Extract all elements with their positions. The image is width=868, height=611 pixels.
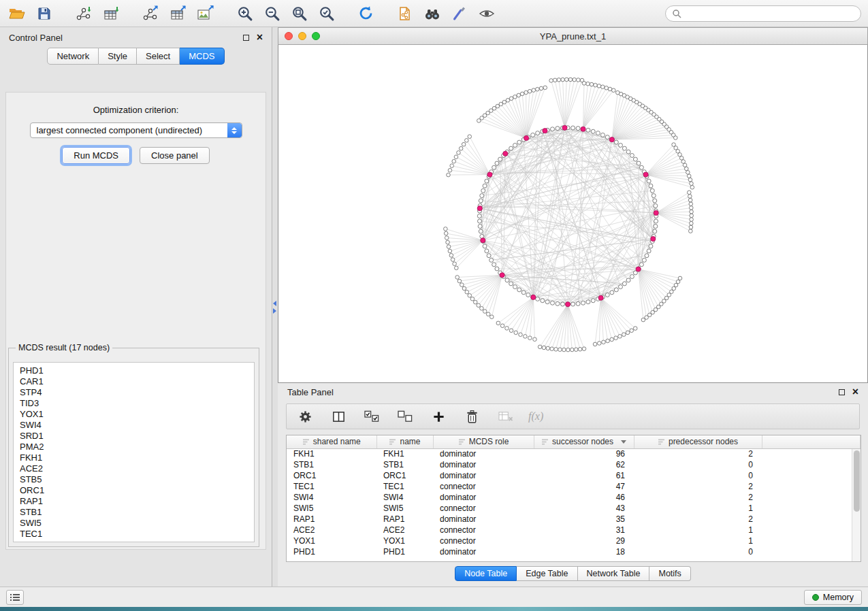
mcds-result-item[interactable]: SWI4 xyxy=(20,420,248,431)
table-row[interactable]: TEC1TEC1connector472 xyxy=(287,481,861,492)
mcds-result-item[interactable]: RAP1 xyxy=(20,496,248,507)
tab-select[interactable]: Select xyxy=(137,48,180,65)
scrollbar-thumb[interactable] xyxy=(854,450,860,512)
tab-network[interactable]: Network xyxy=(47,48,99,65)
mcds-result-item[interactable]: STB1 xyxy=(20,507,248,518)
mcds-result-item[interactable]: ORC1 xyxy=(20,485,248,496)
table-row[interactable]: RAP1RAP1dominator352 xyxy=(287,514,861,525)
column-header-shared-name[interactable]: shared name xyxy=(287,435,376,448)
optimization-criterion-label: Optimization criterion: xyxy=(6,105,266,115)
apply-style-button[interactable] xyxy=(449,3,470,24)
table-row[interactable]: SWI5SWI5connector431 xyxy=(287,503,861,514)
tab-edge-table[interactable]: Edge Table xyxy=(517,566,577,581)
splitter-collapse-icon[interactable] xyxy=(273,301,276,314)
vertical-splitter[interactable] xyxy=(272,27,278,587)
mcds-result-item[interactable]: STP4 xyxy=(20,387,248,398)
import-table-button[interactable] xyxy=(101,3,121,24)
cell-filler xyxy=(762,503,861,514)
cell-filler xyxy=(762,481,861,492)
show-hide-button[interactable] xyxy=(477,3,497,24)
close-table-panel-icon[interactable]: × xyxy=(852,389,858,395)
close-window-icon[interactable] xyxy=(285,32,293,40)
add-column-button[interactable] xyxy=(428,406,449,427)
search-input[interactable] xyxy=(686,8,854,18)
mcds-result-title: MCDS result (17 nodes) xyxy=(16,343,112,352)
deselect-all-button[interactable] xyxy=(395,406,415,427)
tab-mcds[interactable]: MCDS xyxy=(180,48,224,65)
zoom-fit-button[interactable] xyxy=(289,3,309,24)
mcds-result-item[interactable]: PMA2 xyxy=(20,442,248,452)
tab-motifs[interactable]: Motifs xyxy=(649,566,690,581)
cell-shared-name: ORC1 xyxy=(287,470,376,481)
cell-predecessor-nodes: 2 xyxy=(634,448,762,459)
mcds-result-item[interactable]: PHD1 xyxy=(20,365,248,376)
column-header-successor-nodes[interactable]: successor nodes xyxy=(534,435,634,448)
zoom-in-button[interactable] xyxy=(234,3,255,24)
float-table-panel-icon[interactable] xyxy=(839,389,845,395)
zoom-out-icon xyxy=(263,5,280,22)
wand-icon xyxy=(451,5,468,22)
network-graph[interactable] xyxy=(278,45,867,382)
refresh-layout-button[interactable] xyxy=(355,3,376,24)
cell-successor-nodes: 18 xyxy=(534,546,634,557)
function-builder-button[interactable]: f(x) xyxy=(528,410,543,423)
mcds-result-item[interactable]: FKH1 xyxy=(20,452,248,463)
export-image-button[interactable] xyxy=(195,3,215,24)
float-panel-icon[interactable] xyxy=(243,35,249,41)
mcds-result-item[interactable]: ACE2 xyxy=(20,463,248,474)
mcds-result-item[interactable]: TEC1 xyxy=(20,529,248,540)
cell-filler xyxy=(762,459,861,470)
table-settings-button[interactable] xyxy=(295,406,315,427)
maximize-window-icon[interactable] xyxy=(312,32,320,40)
tab-network-table[interactable]: Network Table xyxy=(578,566,650,581)
task-history-button[interactable] xyxy=(6,590,24,605)
clear-table-button-disabled[interactable] xyxy=(495,406,515,427)
mcds-result-item[interactable]: CAR1 xyxy=(20,376,248,387)
table-row[interactable]: STB1STB1dominator620 xyxy=(287,459,861,470)
network-titlebar[interactable]: YPA_prune.txt_1 xyxy=(278,27,868,45)
table-row[interactable]: PHD1PHD1dominator180 xyxy=(287,546,861,557)
mcds-result-item[interactable]: SWI5 xyxy=(20,518,248,529)
sort-dropdown-icon[interactable] xyxy=(621,440,626,444)
column-header-name[interactable]: name xyxy=(376,435,433,448)
tab-node-table[interactable]: Node Table xyxy=(455,566,517,581)
criterion-selected-value: largest connected component (undirected) xyxy=(37,125,203,135)
mcds-result-item[interactable]: GCR1 xyxy=(20,540,248,542)
open-file-button[interactable] xyxy=(7,3,27,24)
export-table-button[interactable] xyxy=(167,3,188,24)
select-all-button[interactable] xyxy=(361,406,382,427)
cell-mcds-role: connector xyxy=(433,525,534,535)
mcds-result-item[interactable]: STB5 xyxy=(20,474,248,485)
close-panel-button[interactable]: Close panel xyxy=(140,147,210,164)
show-columns-button[interactable] xyxy=(328,406,349,427)
cell-predecessor-nodes: 2 xyxy=(634,481,762,492)
table-row[interactable]: FKH1FKH1dominator962 xyxy=(287,448,861,459)
mcds-result-item[interactable]: YOX1 xyxy=(20,409,248,420)
memory-button[interactable]: Memory xyxy=(804,590,862,605)
table-row[interactable]: ACE2ACE2connector311 xyxy=(287,525,861,535)
column-header-mcds-role[interactable]: MCDS role xyxy=(433,435,534,448)
close-panel-icon[interactable]: × xyxy=(257,34,263,41)
column-header-predecessor-nodes[interactable]: predecessor nodes xyxy=(634,435,762,448)
table-row[interactable]: YOX1YOX1connector291 xyxy=(287,535,861,546)
table-row[interactable]: ORC1ORC1dominator610 xyxy=(287,470,861,481)
cell-filler xyxy=(762,492,861,503)
optimization-criterion-select[interactable]: largest connected component (undirected) xyxy=(30,122,242,138)
mcds-result-item[interactable]: SRD1 xyxy=(20,431,248,442)
table-panel: Table Panel × xyxy=(278,383,868,587)
save-button[interactable] xyxy=(34,3,54,24)
export-network-button[interactable] xyxy=(140,3,161,24)
tab-style[interactable]: Style xyxy=(99,48,137,65)
zoom-out-button[interactable] xyxy=(261,3,282,24)
run-mcds-button[interactable]: Run MCDS xyxy=(62,147,130,164)
network-view[interactable] xyxy=(278,45,868,383)
import-network-button[interactable] xyxy=(74,3,94,24)
mcds-result-item[interactable]: TID3 xyxy=(20,398,248,409)
find-button[interactable] xyxy=(422,3,443,24)
share-network-button[interactable] xyxy=(395,3,415,24)
zoom-selected-button[interactable] xyxy=(316,3,336,24)
table-scrollbar[interactable] xyxy=(852,449,861,561)
delete-column-button[interactable] xyxy=(462,406,482,427)
table-row[interactable]: SWI4SWI4dominator462 xyxy=(287,492,861,503)
minimize-window-icon[interactable] xyxy=(298,32,306,40)
